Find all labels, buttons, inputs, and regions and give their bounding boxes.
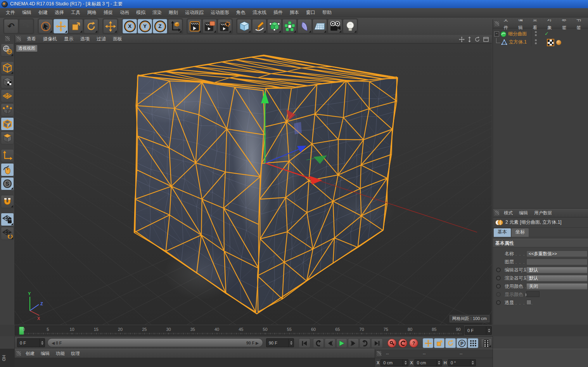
- keyframe-dot[interactable]: [496, 276, 501, 280]
- points-mode-button[interactable]: [1, 103, 14, 117]
- timeline-ruler[interactable]: 051015202530354045505560657075808590: [15, 325, 464, 336]
- goto-previous-frame-button[interactable]: [325, 338, 336, 348]
- enable-axis-button[interactable]: [1, 149, 14, 162]
- material-menu-item[interactable]: 纹理: [68, 350, 83, 358]
- position-x-field[interactable]: 0 cm: [380, 359, 408, 366]
- material-menu-item[interactable]: 功能: [53, 350, 68, 358]
- goto-start-button[interactable]: [299, 338, 310, 348]
- xray-checkbox[interactable]: [526, 300, 531, 305]
- enable-check-icon[interactable]: ✓: [545, 31, 549, 37]
- menu-item[interactable]: 选择: [51, 8, 67, 17]
- align-workplane-button[interactable]: [1, 227, 14, 240]
- attribute-manager-menu-item[interactable]: 模式: [501, 209, 516, 217]
- frame-spinner[interactable]: [486, 327, 491, 334]
- object-name[interactable]: 立方体.1: [509, 39, 527, 45]
- primitive-cube-button[interactable]: [237, 19, 251, 33]
- keyframe-selection-button[interactable]: ?: [409, 339, 418, 348]
- play-button[interactable]: [336, 338, 347, 348]
- coordinate-system-button[interactable]: [168, 19, 182, 33]
- model-mode-button[interactable]: [1, 61, 14, 75]
- range-end-spinner[interactable]: [288, 339, 294, 347]
- tab-coordinates[interactable]: 坐标: [512, 228, 529, 237]
- expander-icon[interactable]: −: [494, 31, 499, 37]
- rotate-tool-button[interactable]: [84, 19, 98, 33]
- scale-tool-button[interactable]: [69, 19, 83, 33]
- y-axis-lock-button[interactable]: Y: [138, 19, 152, 33]
- menu-item[interactable]: 捕捉: [100, 8, 116, 17]
- menu-item[interactable]: 帮助: [319, 8, 335, 17]
- material-menu-item[interactable]: 创建: [22, 350, 38, 358]
- keyframe-dot[interactable]: [496, 284, 501, 289]
- name-input[interactable]: <<多重数值>>: [526, 250, 588, 257]
- magnet-snap-button[interactable]: [1, 195, 14, 208]
- render-picture-viewer-button[interactable]: [202, 19, 217, 33]
- viewport-menu-grip[interactable]: [16, 37, 21, 42]
- menu-item[interactable]: 插件: [270, 8, 286, 17]
- menu-item[interactable]: 雕刻: [165, 8, 182, 17]
- menu-item[interactable]: 流水线: [249, 8, 270, 17]
- preview-range-slider[interactable]: ◀ 0 F 90 F ▶: [47, 338, 263, 347]
- viewport-zoom-icon[interactable]: [468, 37, 471, 42]
- layer-input[interactable]: [526, 259, 588, 265]
- playback-rate-button[interactable]: [481, 338, 492, 348]
- environment-button[interactable]: [313, 19, 327, 33]
- menu-item[interactable]: 运动跟踪: [182, 8, 207, 17]
- record-parameter-toggle[interactable]: P: [457, 338, 467, 348]
- record-rotation-toggle[interactable]: [445, 338, 456, 348]
- spline-pen-button[interactable]: [252, 19, 266, 33]
- menu-item[interactable]: 运动图形: [207, 8, 233, 17]
- tab-basic[interactable]: 基本: [494, 228, 511, 237]
- viewport-menu-item[interactable]: 选项: [77, 35, 93, 43]
- viewport-toggle-icon[interactable]: [483, 37, 489, 42]
- object-row-cube[interactable]: 立方体.1: [493, 38, 588, 46]
- visibility-toggles[interactable]: [535, 31, 537, 36]
- phong-tag-icon[interactable]: [556, 40, 561, 45]
- menu-item[interactable]: 文件: [2, 8, 19, 17]
- current-frame-box[interactable]: 0 F: [465, 326, 492, 335]
- attribute-manager-menu-item[interactable]: 编辑: [516, 209, 531, 217]
- range-start-spinner[interactable]: [39, 339, 45, 347]
- range-end-box[interactable]: 90 F: [266, 338, 294, 347]
- record-keyframe-button[interactable]: [387, 339, 396, 348]
- workplane-mode-button[interactable]: [1, 89, 14, 103]
- undo-button[interactable]: ↶: [4, 19, 18, 33]
- mode-toolbar-grip[interactable]: [5, 36, 10, 41]
- display-color-swatch[interactable]: [526, 291, 540, 297]
- coordinate-header[interactable]: --: [419, 351, 456, 356]
- viewport-menu-item[interactable]: 显示: [61, 35, 77, 43]
- range-start-box[interactable]: 0 F: [17, 338, 45, 347]
- subdivision-surface-button[interactable]: [267, 19, 282, 33]
- menu-item[interactable]: 动画: [116, 8, 133, 17]
- viewport-menu-item[interactable]: 面板: [109, 35, 126, 43]
- menu-item[interactable]: 模拟: [133, 8, 149, 17]
- redo-button[interactable]: ↷: [19, 19, 33, 33]
- keyframe-dot[interactable]: [496, 300, 501, 305]
- x-axis-lock-button[interactable]: X: [123, 19, 137, 33]
- viewport-menu-item[interactable]: 摄像机: [40, 35, 61, 43]
- attribute-manager-grip[interactable]: [495, 210, 499, 216]
- coordinate-header[interactable]: --: [382, 351, 419, 356]
- visibility-toggles[interactable]: [535, 39, 537, 44]
- lock-workplane-button[interactable]: [1, 213, 14, 226]
- viewport-menu-item[interactable]: 查看: [23, 35, 40, 43]
- camera-button[interactable]: [328, 19, 342, 33]
- menu-item[interactable]: 窗口: [303, 8, 319, 17]
- polygons-mode-button[interactable]: [1, 131, 14, 144]
- autokey-button[interactable]: [398, 339, 407, 348]
- record-pla-toggle[interactable]: [468, 338, 478, 348]
- menu-item[interactable]: 角色: [233, 8, 249, 17]
- record-scale-toggle[interactable]: [434, 338, 444, 348]
- menu-item[interactable]: 渲染: [149, 8, 165, 17]
- viewport-solo-button[interactable]: [1, 163, 14, 176]
- attribute-manager-menu-item[interactable]: 用户数据: [531, 209, 555, 217]
- viewport-canvas[interactable]: YZX: [15, 43, 492, 325]
- mograph-button[interactable]: [282, 19, 297, 33]
- size-x-field[interactable]: 0 cm: [414, 359, 442, 366]
- light-button[interactable]: [343, 19, 357, 33]
- coordinate-manager-grip[interactable]: [377, 351, 381, 356]
- goto-next-key-button[interactable]: [360, 338, 370, 348]
- viewport-rotate-icon[interactable]: [474, 37, 480, 42]
- rotation-h-field[interactable]: 0 °: [448, 359, 476, 366]
- object-name[interactable]: 细分曲面: [508, 31, 527, 37]
- object-row-sds[interactable]: − 细分曲面 ✓: [493, 30, 588, 38]
